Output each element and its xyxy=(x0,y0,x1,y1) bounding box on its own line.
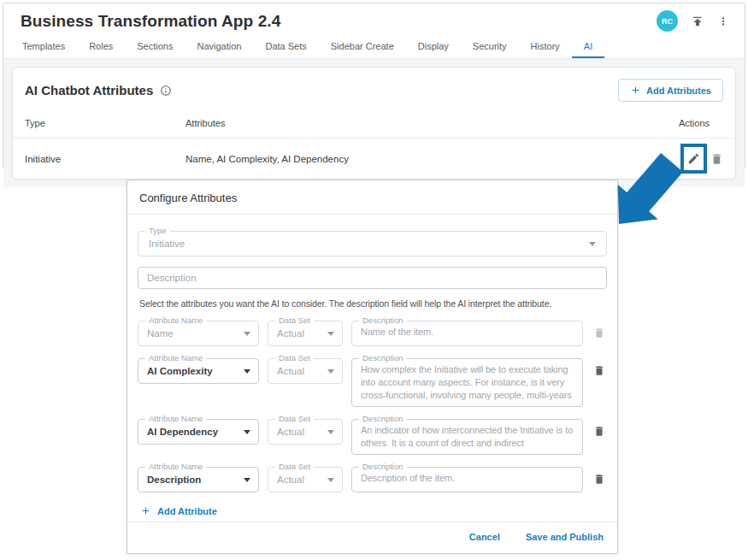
table-header: Type Attributes Actions xyxy=(13,107,735,139)
delete-row-icon[interactable] xyxy=(592,364,607,377)
row-description-text: Name of the item. xyxy=(361,326,574,339)
chevron-down-icon xyxy=(327,478,334,482)
dialog-body: Type Initiative Select the attributes yo… xyxy=(127,215,617,522)
attribute-row: Attribute Name AI Dependency Data Set Ac… xyxy=(138,419,607,455)
dialog-footer: Cancel Save and Publish xyxy=(127,522,617,553)
avatar[interactable]: RC xyxy=(657,10,678,32)
row-description-text: Description of the item. xyxy=(361,472,574,485)
plus-icon xyxy=(140,505,151,516)
row-description-text: An indicator of how interconnected the I… xyxy=(361,424,574,451)
tab-sections[interactable]: Sections xyxy=(125,35,185,58)
chevron-down-icon xyxy=(327,369,334,374)
data-set-select: Data Set Actual xyxy=(268,419,343,445)
add-attributes-label: Add Attributes xyxy=(646,85,711,96)
attribute-name-select[interactable]: Attribute Name AI Dependency xyxy=(138,419,259,445)
card-header: AI Chatbot Attributes Add Attributes xyxy=(13,68,735,107)
edit-highlight-box xyxy=(680,144,707,174)
section-title: AI Chatbot Attributes xyxy=(25,83,153,97)
data-set-select: Data Set Actual xyxy=(268,467,343,492)
table-row: Initiative Name, AI Complexity, AI Depen… xyxy=(13,139,735,179)
cancel-button[interactable]: Cancel xyxy=(469,532,500,542)
column-type: Type xyxy=(25,118,186,128)
row-description-field: Description Name of the item. xyxy=(351,321,583,346)
ai-chatbot-attributes-card: AI Chatbot Attributes Add Attributes Typ… xyxy=(12,67,736,180)
add-attribute-label: Add Attribute xyxy=(157,506,217,516)
add-attributes-button[interactable]: Add Attributes xyxy=(618,79,723,102)
attribute-name-label: Attribute Name xyxy=(145,353,206,363)
data-set-value: Actual xyxy=(277,366,304,376)
attribute-name-select[interactable]: Attribute Name AI Complexity xyxy=(138,358,259,384)
type-value: Initiative xyxy=(149,239,185,249)
chevron-down-icon xyxy=(244,478,250,482)
attribute-row: Attribute Name Description Data Set Actu… xyxy=(138,467,607,492)
save-and-publish-button[interactable]: Save and Publish xyxy=(526,532,604,542)
tab-sidebar-create[interactable]: Sidebar Create xyxy=(319,35,406,58)
configure-attributes-dialog: Configure Attributes Type Initiative Sel… xyxy=(127,180,618,554)
attribute-name-value: Name xyxy=(147,328,174,339)
attribute-row: Attribute Name Name Data Set Actual Desc… xyxy=(138,321,607,346)
attribute-name-value: AI Dependency xyxy=(147,427,218,437)
dialog-title: Configure Attributes xyxy=(127,180,617,215)
tab-ai[interactable]: AI xyxy=(572,35,604,58)
page-title: Business Transformation App 2.4 xyxy=(21,12,280,31)
header-actions: RC xyxy=(657,10,729,32)
data-set-value: Actual xyxy=(277,475,304,485)
type-select: Type Initiative xyxy=(138,231,607,256)
row-description-label: Description xyxy=(359,462,407,471)
data-set-select: Data Set Actual xyxy=(268,321,343,346)
data-set-value: Actual xyxy=(277,427,304,437)
row-description-field[interactable]: Description An indicator of how intercon… xyxy=(351,419,583,455)
publish-icon[interactable] xyxy=(691,15,704,28)
chevron-down-icon xyxy=(327,332,334,336)
plus-icon xyxy=(630,85,641,96)
tab-display[interactable]: Display xyxy=(406,35,461,58)
chevron-down-icon xyxy=(244,369,250,374)
tab-navigation[interactable]: Navigation xyxy=(185,35,253,58)
attribute-name-value: AI Complexity xyxy=(147,366,213,376)
tab-templates[interactable]: Templates xyxy=(10,35,77,58)
column-actions: Actions xyxy=(662,118,723,128)
row-description-label: Description xyxy=(359,315,407,325)
delete-icon[interactable] xyxy=(710,152,723,166)
info-icon[interactable] xyxy=(160,85,172,97)
app-header: Business Transformation App 2.4 RC xyxy=(3,3,745,35)
tab-data-sets[interactable]: Data Sets xyxy=(253,35,318,58)
row-type-cell: Initiative xyxy=(25,154,186,164)
delete-row-icon[interactable] xyxy=(592,425,607,438)
helper-text: Select the attributes you want the AI to… xyxy=(139,298,605,309)
chevron-down-icon xyxy=(244,430,250,434)
description-input[interactable] xyxy=(138,267,607,289)
chevron-down-icon xyxy=(589,242,596,246)
data-set-label: Data Set xyxy=(275,414,314,423)
delete-row-icon[interactable] xyxy=(592,473,607,486)
attribute-name-label: Attribute Name xyxy=(145,414,206,423)
delete-row-icon xyxy=(592,327,607,339)
chevron-down-icon xyxy=(244,332,250,336)
edit-pencil-icon[interactable] xyxy=(687,152,700,165)
attribute-name-select[interactable]: Attribute Name Description xyxy=(138,467,259,492)
data-set-value: Actual xyxy=(277,328,304,339)
data-set-label: Data Set xyxy=(275,315,314,325)
row-description-field[interactable]: Description Description of the item. xyxy=(351,467,583,492)
tab-roles[interactable]: Roles xyxy=(77,35,125,58)
tab-security[interactable]: Security xyxy=(461,35,519,58)
attribute-row: Attribute Name AI Complexity Data Set Ac… xyxy=(138,358,607,407)
row-description-field[interactable]: Description How complex the Initiative w… xyxy=(351,358,583,407)
data-set-label: Data Set xyxy=(275,353,314,363)
attribute-name-label: Attribute Name xyxy=(145,315,206,325)
type-label: Type xyxy=(145,226,170,235)
tab-history[interactable]: History xyxy=(519,35,572,58)
data-set-label: Data Set xyxy=(275,462,314,471)
attribute-name-select: Attribute Name Name xyxy=(138,321,259,346)
row-attributes-cell: Name, AI Complexity, AI Dependency xyxy=(186,154,662,164)
row-description-label: Description xyxy=(359,414,407,423)
tab-bar: Templates Roles Sections Navigation Data… xyxy=(3,35,745,59)
kebab-menu-icon[interactable] xyxy=(717,15,729,27)
add-attribute-link[interactable]: Add Attribute xyxy=(140,505,217,516)
content-area: AI Chatbot Attributes Add Attributes Typ… xyxy=(3,59,745,187)
attribute-name-value: Description xyxy=(147,475,201,485)
data-set-select: Data Set Actual xyxy=(268,358,343,384)
column-attributes: Attributes xyxy=(186,118,662,128)
row-actions-cell xyxy=(662,144,723,174)
app-window: Business Transformation App 2.4 RC Templ… xyxy=(3,3,745,169)
